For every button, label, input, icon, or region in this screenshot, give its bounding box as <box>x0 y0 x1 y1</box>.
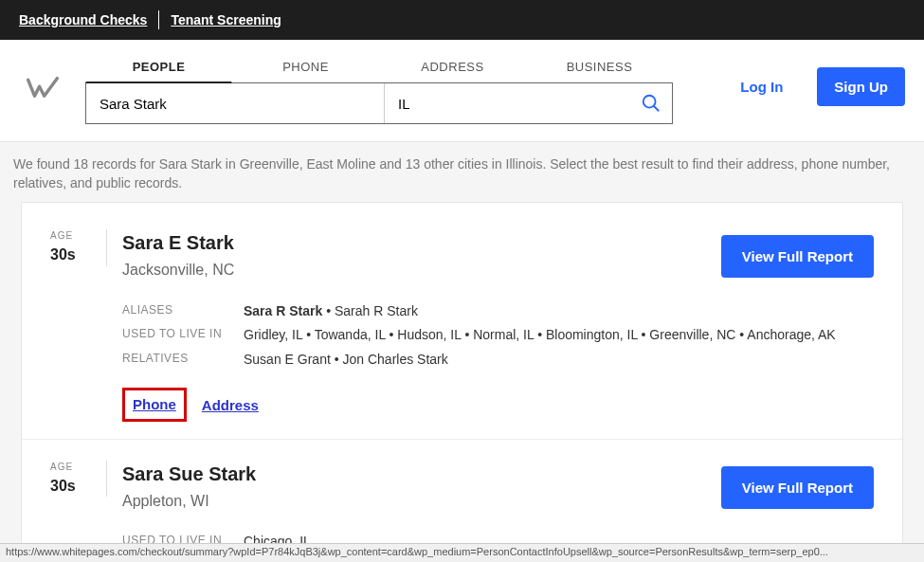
search-name-input[interactable] <box>86 83 384 123</box>
phone-link-highlight: Phone <box>122 388 187 422</box>
tab-phone[interactable]: PHONE <box>232 49 379 83</box>
aliases-label: ALIASES <box>122 302 244 321</box>
header: PEOPLE PHONE ADDRESS BUSINESS Log In Sig… <box>0 40 924 142</box>
view-full-report-button[interactable]: View Full Report <box>721 466 874 509</box>
login-link[interactable]: Log In <box>740 79 783 95</box>
tenant-screening-link[interactable]: Tenant Screening <box>171 12 281 27</box>
search-row <box>85 82 673 124</box>
phone-link[interactable]: Phone <box>133 396 176 412</box>
used-to-live-label: USED TO LIVE IN <box>122 326 244 345</box>
svg-point-0 <box>643 96 656 108</box>
age-value: 30s <box>50 245 99 265</box>
search-icon <box>641 93 661 114</box>
age-column: AGE 30s <box>50 229 107 265</box>
top-nav-bar: Background Checks Tenant Screening <box>0 0 924 40</box>
relatives-value: Susan E Grant • Jon Charles Stark <box>244 351 448 370</box>
svg-line-1 <box>654 106 660 112</box>
used-to-live-value: Gridley, IL • Towanda, IL • Hudson, IL •… <box>244 326 836 345</box>
results-card: View Full Report AGE 30s Sara E Stark Ja… <box>21 202 903 562</box>
quick-links: Phone Address <box>122 388 874 422</box>
search-location-input[interactable] <box>384 83 630 123</box>
search-tabs: PEOPLE PHONE ADDRESS BUSINESS <box>85 49 673 83</box>
search-block: PEOPLE PHONE ADDRESS BUSINESS <box>85 49 673 124</box>
tab-address[interactable]: ADDRESS <box>379 49 526 83</box>
topbar-divider <box>158 10 159 29</box>
tab-people[interactable]: PEOPLE <box>85 49 232 83</box>
age-label: AGE <box>50 461 99 474</box>
site-logo[interactable] <box>19 74 66 100</box>
tab-business[interactable]: BUSINESS <box>526 49 673 83</box>
age-column: AGE 30s <box>50 461 107 497</box>
background-checks-link[interactable]: Background Checks <box>19 12 147 27</box>
result-item: View Full Report AGE 30s Sara E Stark Ja… <box>22 208 902 439</box>
summary-text: We found 18 records for Sara Stark in Gr… <box>13 156 890 190</box>
view-full-report-button[interactable]: View Full Report <box>721 235 874 278</box>
age-label: AGE <box>50 229 99 243</box>
relatives-label: RELATIVES <box>122 351 244 370</box>
aliases-value: Sara R Stark • Sarah R Stark <box>244 302 418 321</box>
search-button[interactable] <box>630 83 672 123</box>
browser-status-bar: https://www.whitepages.com/checkout/summ… <box>0 543 924 562</box>
signup-button[interactable]: Sign Up <box>817 67 905 106</box>
results-summary: We found 18 records for Sara Stark in Gr… <box>0 142 924 562</box>
age-value: 30s <box>50 476 99 497</box>
address-link[interactable]: Address <box>202 395 259 415</box>
